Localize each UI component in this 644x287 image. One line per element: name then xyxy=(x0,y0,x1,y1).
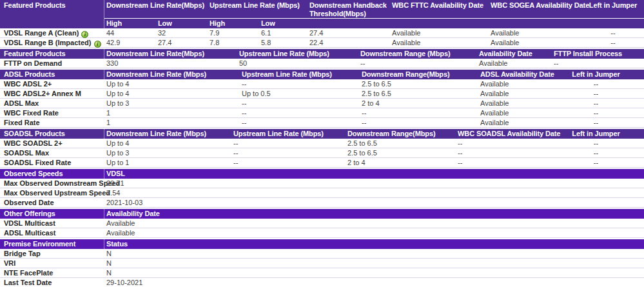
row-label: VDSL Range A (Clean)i xyxy=(0,28,104,38)
column-header: VDSL xyxy=(104,169,644,179)
cell-text: -- xyxy=(594,149,598,157)
column-header: Downstream Line Rate (Mbps) xyxy=(104,129,231,139)
table-row: WBC SOADSL 2+Up to 4--2.5 to 6.5---- xyxy=(0,139,644,148)
cell: -- xyxy=(240,79,360,88)
cell-text: -- xyxy=(594,80,598,88)
column-header: Status xyxy=(104,239,644,249)
cell-text: -- xyxy=(594,119,598,126)
cell: Up to 3 xyxy=(104,99,240,108)
sub-column-header: Low xyxy=(156,19,208,28)
cell-text: ADSL Max xyxy=(4,99,39,107)
table-row: Max Observed Upstream Speed7.54 xyxy=(0,188,644,198)
cell-text: Up to 3 xyxy=(106,99,129,107)
table-row: ADSL MaxUp to 3--2 to 4Available-- xyxy=(0,99,644,108)
row-label: WBC Fixed Rate xyxy=(0,108,104,117)
cell-text: -- xyxy=(458,149,462,157)
cell-text: Up to 4 xyxy=(106,80,129,88)
cell: 42.9 xyxy=(104,38,156,48)
cell: 27.4 xyxy=(307,28,390,38)
cell-text: N xyxy=(106,259,112,267)
table-featured-vdsl: Featured ProductsDownstream Line Rate(Mb… xyxy=(0,0,644,48)
table-row: Fixed Rate1----Available-- xyxy=(0,118,644,128)
cell-text: 44 xyxy=(106,29,114,37)
table-featured-fttp: Featured ProductsDownstream Line Rate(Mb… xyxy=(0,49,644,68)
cell-text: 7.9 xyxy=(210,29,219,37)
cell-text: WBC ADSL 2+ xyxy=(4,80,52,88)
table-row: Last Test Date29-10-2021 xyxy=(0,278,644,287)
cell-text: -- xyxy=(594,109,598,117)
cell-text: FTTP on Demand xyxy=(4,59,62,67)
cell-text: 50 xyxy=(239,59,247,67)
row-label: FTTP on Demand xyxy=(0,59,104,68)
cell-text: 42.9 xyxy=(106,39,120,46)
cell-text: 7.54 xyxy=(106,189,120,197)
cell-text: Available xyxy=(480,80,509,88)
cell-text: Available xyxy=(392,39,420,46)
row-label: NTE FacePlate xyxy=(0,268,104,277)
row-label: Fixed Rate xyxy=(0,118,104,127)
cell-text: Available xyxy=(491,29,519,37)
cell: 44 xyxy=(104,28,156,38)
cell: Available xyxy=(478,99,548,108)
cell-text: Available xyxy=(106,229,135,237)
header-band: Featured ProductsDownstream Line Rate(Mb… xyxy=(0,49,644,59)
cell-text: -- xyxy=(362,119,366,126)
cell: -- xyxy=(231,158,346,167)
cell: -- xyxy=(231,139,346,148)
row-label: WBC ADSL2+ Annex M xyxy=(0,89,104,98)
table-adsl-products: ADSL ProductsDownstream Line Rate (Mbps)… xyxy=(0,70,644,128)
cell-text: -- xyxy=(360,59,365,67)
cell-text: 1 xyxy=(106,119,110,126)
column-header: ADSL Availability Date xyxy=(478,70,548,79)
cell: Up to 4 xyxy=(104,89,240,98)
table-row: FTTP on Demand33050--Available-- xyxy=(0,59,644,68)
cell: 27.4 xyxy=(156,38,208,48)
column-header: ADSL Products xyxy=(0,70,104,79)
column-header: SOADSL Products xyxy=(0,129,104,139)
info-icon[interactable]: i xyxy=(94,41,101,48)
header-band: Featured ProductsDownstream Line Rate(Mb… xyxy=(0,0,644,28)
cell-text: WBC Fixed Rate xyxy=(4,109,59,117)
cell-text: Available xyxy=(480,109,509,117)
cell: Available xyxy=(390,28,489,38)
table-row: Max Observed Downstream Speed20.71 xyxy=(0,179,644,188)
cell-text: -- xyxy=(610,39,615,46)
column-header: Downstream Handback Threshold(Mbps) xyxy=(307,0,390,19)
cell-text: Up to 0.5 xyxy=(242,90,271,97)
cell-text: -- xyxy=(594,159,598,166)
column-header: Availability Date xyxy=(104,209,644,219)
cell-text: 2.5 to 6.5 xyxy=(347,139,377,147)
cell-text: Available xyxy=(392,29,420,37)
cell: 22.4 xyxy=(307,38,390,48)
table-soadsl-products: SOADSL ProductsDownstream Line Rate (Mbp… xyxy=(0,129,644,168)
cell-text: N xyxy=(106,250,112,257)
column-header: Premise Environment xyxy=(0,239,104,249)
cell-text: -- xyxy=(458,159,462,166)
cell: -- xyxy=(548,139,644,148)
column-header: Upstream Line Rate (Mbps) xyxy=(240,70,360,79)
column-header: Upstream Line Rate (Mbps) xyxy=(237,49,358,59)
row-label: VDSL Multicast xyxy=(0,219,104,228)
cell-text: 27.4 xyxy=(309,29,323,37)
table-row: SOADSL Fixed RateUp to 1--2 to 4---- xyxy=(0,158,644,168)
cell: Up to 4 xyxy=(104,139,231,148)
cell: -- xyxy=(548,99,644,108)
cell: N xyxy=(104,249,644,258)
cell: 7.9 xyxy=(208,28,259,38)
cell: 2.5 to 6.5 xyxy=(346,148,456,157)
cell-text: Up to 1 xyxy=(106,159,129,166)
cell: -- xyxy=(456,158,548,167)
cell-text: 330 xyxy=(106,59,118,67)
cell-text: -- xyxy=(242,119,246,126)
cell-text: -- xyxy=(233,139,238,147)
row-label: VRI xyxy=(0,259,104,268)
cell: 1 xyxy=(104,118,240,127)
header-band: Other OfferingsAvailability Date xyxy=(0,209,644,219)
info-icon[interactable]: i xyxy=(81,31,88,38)
cell: -- xyxy=(582,38,644,48)
cell-text: SOADSL Fixed Rate xyxy=(4,159,71,166)
cell: 2.5 to 6.5 xyxy=(360,79,478,88)
cell: -- xyxy=(548,108,644,117)
cell-text: Available xyxy=(480,99,509,107)
cell: -- xyxy=(456,148,548,157)
